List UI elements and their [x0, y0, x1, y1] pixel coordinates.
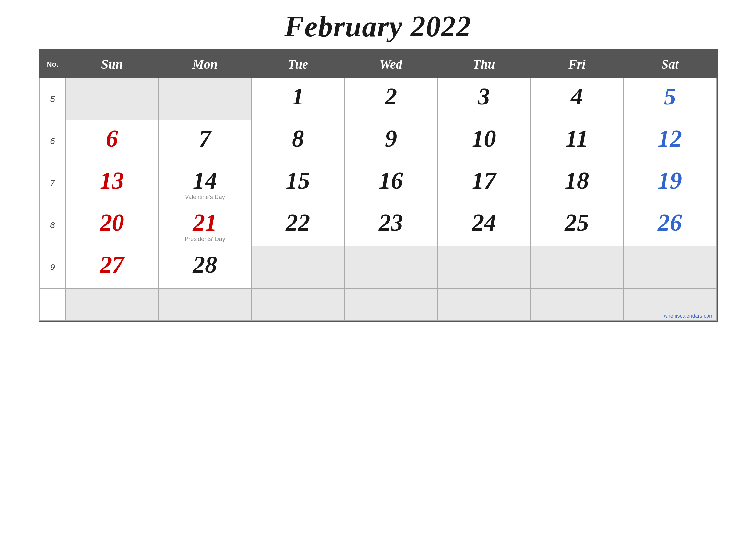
day-number: 20	[69, 210, 155, 235]
day-number: 23	[348, 210, 434, 235]
week-row: wheniscalendars.com	[40, 288, 716, 321]
week-number: 5	[40, 78, 66, 120]
day-cell: 16	[344, 162, 438, 204]
header-tue: Tue	[252, 50, 344, 78]
day-number: 4	[534, 84, 620, 108]
day-cell: 8	[252, 120, 344, 162]
week-number: 8	[40, 204, 66, 246]
day-number: 13	[69, 168, 155, 192]
day-number: 26	[627, 210, 713, 235]
no-header: No.	[40, 50, 66, 78]
day-cell	[158, 288, 252, 321]
day-cell	[158, 78, 252, 120]
day-cell: 9	[344, 120, 438, 162]
header-sun: Sun	[66, 50, 159, 78]
header-mon: Mon	[158, 50, 252, 78]
day-number: 16	[348, 168, 434, 192]
day-number: 5	[627, 84, 713, 108]
header-thu: Thu	[437, 50, 530, 78]
day-cell	[252, 246, 344, 288]
watermark-link[interactable]: wheniscalendars.com	[664, 313, 714, 319]
day-number: 21	[162, 210, 248, 235]
day-cell	[252, 288, 344, 321]
holiday-label: Valentine's Day	[162, 194, 248, 201]
day-cell: 25	[530, 204, 624, 246]
day-cell	[624, 246, 716, 288]
day-number: 17	[441, 168, 527, 192]
week-row: 92728	[40, 246, 716, 288]
week-row: 66789101112	[40, 120, 716, 162]
header-sat: Sat	[624, 50, 716, 78]
day-number: 10	[441, 126, 527, 151]
day-number: 9	[348, 126, 434, 151]
day-cell: 6	[66, 120, 159, 162]
day-number: 8	[255, 126, 341, 151]
week-row: 512345	[40, 78, 716, 120]
day-number: 15	[255, 168, 341, 192]
day-cell: 2	[344, 78, 438, 120]
day-cell: 15	[252, 162, 344, 204]
header-fri: Fri	[530, 50, 624, 78]
week-row: 71314Valentine's Day1516171819	[40, 162, 716, 204]
day-cell: 24	[437, 204, 530, 246]
day-number: 7	[162, 126, 248, 151]
day-cell: 27	[66, 246, 159, 288]
day-number: 24	[441, 210, 527, 235]
day-cell	[66, 78, 159, 120]
day-number: 11	[534, 126, 620, 151]
week-number: 6	[40, 120, 66, 162]
day-cell: 20	[66, 204, 159, 246]
week-number	[40, 288, 66, 321]
day-number: 25	[534, 210, 620, 235]
day-number: 12	[627, 126, 713, 151]
day-cell: 18	[530, 162, 624, 204]
day-number: 22	[255, 210, 341, 235]
day-cell	[344, 246, 438, 288]
week-row: 82021Presidents' Day2223242526	[40, 204, 716, 246]
day-number: 18	[534, 168, 620, 192]
day-cell: 17	[437, 162, 530, 204]
day-cell: 14Valentine's Day	[158, 162, 252, 204]
day-cell: 19	[624, 162, 716, 204]
calendar: No. Sun Mon Tue Wed Thu Fri Sat 51234566…	[39, 49, 717, 322]
day-number: 28	[162, 252, 248, 276]
day-cell	[437, 246, 530, 288]
day-cell: 13	[66, 162, 159, 204]
day-cell: 4	[530, 78, 624, 120]
day-cell: 12	[624, 120, 716, 162]
header-wed: Wed	[344, 50, 438, 78]
day-number: 3	[441, 84, 527, 108]
day-cell: 26	[624, 204, 716, 246]
page-title: February 2022	[284, 10, 472, 43]
week-number: 9	[40, 246, 66, 288]
day-cell	[530, 288, 624, 321]
day-cell	[530, 246, 624, 288]
day-cell: 28	[158, 246, 252, 288]
day-cell: 21Presidents' Day	[158, 204, 252, 246]
day-cell	[344, 288, 438, 321]
week-number: 7	[40, 162, 66, 204]
header-row: No. Sun Mon Tue Wed Thu Fri Sat	[40, 50, 716, 78]
day-cell: 1	[252, 78, 344, 120]
day-number: 27	[69, 252, 155, 276]
day-number: 14	[162, 168, 248, 192]
day-number: 1	[255, 84, 341, 108]
day-cell: wheniscalendars.com	[624, 288, 716, 321]
day-cell: 5	[624, 78, 716, 120]
day-cell: 11	[530, 120, 624, 162]
day-cell: 22	[252, 204, 344, 246]
day-cell	[66, 288, 159, 321]
day-cell: 10	[437, 120, 530, 162]
day-number: 6	[69, 126, 155, 151]
day-cell: 3	[437, 78, 530, 120]
day-number: 19	[627, 168, 713, 192]
day-cell: 7	[158, 120, 252, 162]
holiday-label: Presidents' Day	[162, 236, 248, 242]
day-cell	[437, 288, 530, 321]
day-cell: 23	[344, 204, 438, 246]
day-number: 2	[348, 84, 434, 108]
